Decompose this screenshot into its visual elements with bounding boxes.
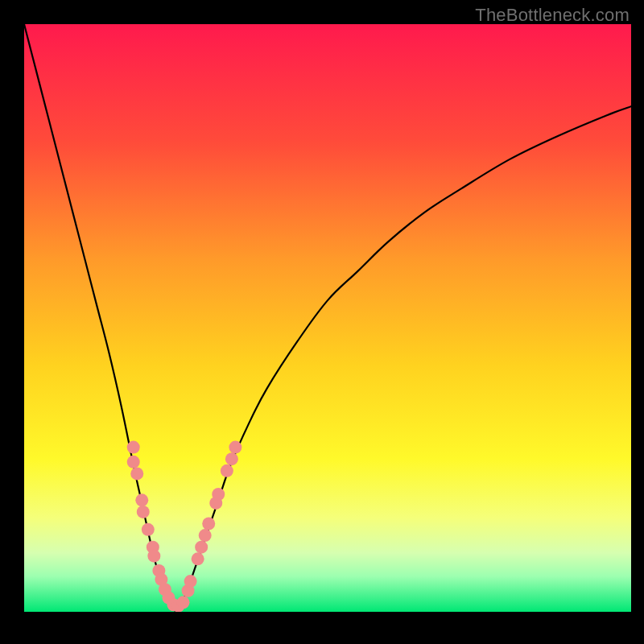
marker-bead xyxy=(137,506,150,518)
marker-bead xyxy=(221,464,233,477)
chart-stage: TheBottleneck.com xyxy=(0,0,644,644)
marker-bead xyxy=(229,441,242,454)
marker-bead xyxy=(127,456,140,469)
watermark-text: TheBottleneck.com xyxy=(475,5,630,26)
marker-bead xyxy=(202,518,215,530)
marker-bead xyxy=(192,552,204,565)
marker-bead xyxy=(184,575,197,588)
marker-bead xyxy=(195,541,208,554)
marker-bead xyxy=(199,529,212,542)
marker-bead xyxy=(177,596,190,609)
marker-bead xyxy=(212,488,225,501)
marker-bead xyxy=(127,441,140,454)
chart-svg xyxy=(0,0,644,644)
gradient-background xyxy=(24,24,631,612)
marker-bead xyxy=(147,550,160,563)
marker-bead xyxy=(142,523,155,536)
marker-bead xyxy=(135,493,148,506)
marker-bead xyxy=(225,452,238,465)
marker-bead xyxy=(130,467,143,480)
